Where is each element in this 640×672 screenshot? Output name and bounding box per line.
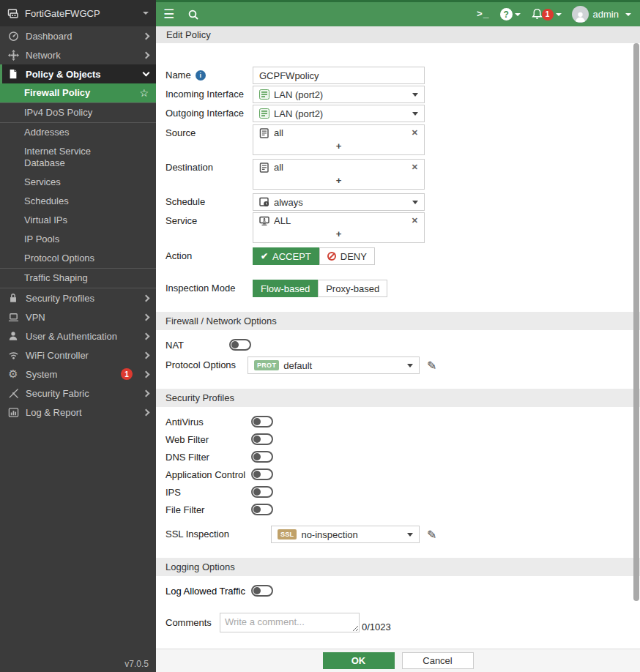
- sidebar-item-network[interactable]: Network: [0, 45, 156, 64]
- service-row: Service ALL ✕ +: [165, 212, 619, 243]
- sidebar-subitem-services[interactable]: Services: [0, 173, 156, 192]
- sidebar-item-label: User & Authentication: [26, 331, 137, 342]
- sidebar-item-label: Log & Report: [26, 407, 137, 418]
- ips-toggle[interactable]: [251, 486, 273, 498]
- sidebar-item-label: Security Profiles: [26, 293, 137, 304]
- service-value: ALL: [274, 215, 291, 226]
- action-row: Action ✔ ACCEPT DENY: [165, 247, 619, 265]
- help-menu[interactable]: ?: [500, 8, 521, 20]
- add-service-button[interactable]: +: [253, 228, 424, 242]
- device-selector[interactable]: FortiGateFWGCP: [0, 0, 156, 26]
- sidebar-item-system[interactable]: ⚙ System 1: [0, 365, 156, 384]
- web-filter-row: Web Filter: [165, 433, 619, 445]
- caret-down-icon: [407, 364, 413, 367]
- source-entry[interactable]: all ✕: [253, 125, 424, 140]
- sidebar-item-log-report[interactable]: Log & Report: [0, 403, 156, 422]
- sidebar-item-label: Network: [26, 50, 137, 61]
- cancel-button[interactable]: Cancel: [402, 652, 474, 669]
- sidebar-item-wifi-controller[interactable]: WiFi Controller: [0, 346, 156, 365]
- remove-icon[interactable]: ✕: [412, 128, 418, 138]
- remove-icon[interactable]: ✕: [412, 163, 418, 172]
- application-control-toggle[interactable]: [251, 468, 273, 480]
- notifications-menu[interactable]: 1: [531, 8, 562, 20]
- flow-based-button[interactable]: Flow-based: [253, 280, 318, 297]
- web-filter-toggle[interactable]: [251, 433, 273, 445]
- ssl-inspection-select[interactable]: SSL no-inspection: [271, 526, 420, 543]
- sidebar-item-security-fabric[interactable]: Security Fabric: [0, 384, 156, 403]
- schedule-value: always: [274, 197, 303, 208]
- destination-label: Destination: [165, 159, 253, 173]
- accept-button[interactable]: ✔ ACCEPT: [253, 247, 319, 265]
- interface-port-icon: [259, 108, 269, 119]
- sidebar-subitem-traffic-shaping[interactable]: Traffic Shaping: [0, 268, 156, 288]
- cli-console-icon[interactable]: >_: [477, 9, 490, 20]
- hamburger-menu-icon[interactable]: ☰: [163, 8, 174, 20]
- sidebar-subitem-ipv4-dos-policy[interactable]: IPv4 DoS Policy: [0, 102, 156, 123]
- sidebar-item-vpn[interactable]: VPN: [0, 307, 156, 326]
- destination-row: Destination all ✕ +: [165, 159, 619, 190]
- scrollbar-thumb[interactable]: [633, 43, 639, 601]
- sidebar-item-label: Dashboard: [26, 31, 137, 42]
- add-destination-button[interactable]: +: [253, 174, 424, 189]
- schedule-select[interactable]: always: [253, 193, 425, 211]
- address-object-icon: [259, 163, 269, 173]
- ips-label: IPS: [165, 487, 251, 498]
- protocol-options-select[interactable]: PROT default: [248, 356, 420, 374]
- page-title: Edit Policy: [166, 29, 211, 40]
- sidebar-item-security-profiles[interactable]: Security Profiles: [0, 288, 156, 307]
- ssl-badge: SSL: [278, 529, 297, 540]
- sidebar-subitem-firewall-policy[interactable]: Firewall Policy ☆: [0, 83, 156, 102]
- help-icon: ?: [500, 8, 513, 20]
- check-icon: ✔: [261, 251, 268, 261]
- sidebar-subitem-schedules[interactable]: Schedules: [0, 192, 156, 211]
- incoming-interface-row: Incoming Interface LAN (port2): [165, 86, 619, 103]
- source-label: Source: [165, 124, 253, 138]
- proxy-based-button[interactable]: Proxy-based: [318, 280, 387, 297]
- edit-pencil-icon[interactable]: ✎: [427, 528, 436, 542]
- chevron-right-icon: [143, 370, 150, 378]
- log-allowed-traffic-label: Log Allowed Traffic: [165, 586, 245, 597]
- sidebar-item-user-authentication[interactable]: User & Authentication: [0, 326, 156, 346]
- nat-toggle[interactable]: [229, 339, 251, 351]
- section-firewall-network-options: Firewall / Network Options: [156, 312, 640, 330]
- sidebar-item-dashboard[interactable]: Dashboard: [0, 26, 156, 45]
- service-box: ALL ✕ +: [253, 212, 425, 243]
- favorite-star-icon[interactable]: ☆: [139, 87, 149, 99]
- sidebar-item-label: VPN: [26, 312, 137, 323]
- admin-menu[interactable]: admin: [572, 6, 631, 23]
- sidebar-subitem-ip-pools[interactable]: IP Pools: [0, 230, 156, 249]
- sidebar-subitem-addresses[interactable]: Addresses: [0, 123, 156, 142]
- edit-pencil-icon[interactable]: ✎: [427, 359, 436, 373]
- search-icon[interactable]: [187, 9, 199, 20]
- bar-chart-icon: [7, 406, 19, 418]
- source-row: Source all ✕ +: [165, 124, 619, 155]
- comments-textarea[interactable]: [220, 613, 360, 632]
- sidebar-subitem-protocol-options[interactable]: Protocol Options: [0, 249, 156, 268]
- page-title-bar: Edit Policy: [156, 26, 640, 43]
- info-icon[interactable]: i: [196, 70, 206, 81]
- antivirus-toggle[interactable]: [251, 416, 273, 428]
- ok-button[interactable]: OK: [323, 652, 395, 669]
- destination-entry[interactable]: all ✕: [253, 160, 424, 174]
- file-filter-toggle[interactable]: [251, 504, 273, 515]
- sidebar-item-policy-objects[interactable]: Policy & Objects: [0, 64, 156, 83]
- sidebar-subitem-internet-service-database[interactable]: Internet Service Database: [0, 142, 117, 173]
- remove-icon[interactable]: ✕: [412, 216, 418, 225]
- dns-filter-row: DNS Filter: [165, 451, 619, 463]
- chevron-right-icon: [143, 32, 150, 40]
- incoming-interface-select[interactable]: LAN (port2): [253, 86, 425, 103]
- service-entry[interactable]: ALL ✕: [253, 213, 424, 228]
- comments-char-counter: 0/1023: [362, 621, 391, 632]
- dns-filter-toggle[interactable]: [251, 451, 273, 463]
- deny-button[interactable]: DENY: [319, 247, 375, 265]
- policy-name-input[interactable]: [253, 67, 425, 84]
- outgoing-interface-select[interactable]: LAN (port2): [253, 105, 425, 122]
- add-source-button[interactable]: +: [253, 140, 424, 154]
- log-allowed-traffic-toggle[interactable]: [251, 585, 273, 597]
- sidebar-item-label: WiFi Controller: [26, 350, 137, 361]
- ssl-inspection-label: SSL Inspection: [165, 526, 271, 540]
- section-security-profiles: Security Profiles: [156, 389, 640, 407]
- sidebar-subitem-virtual-ips[interactable]: Virtual IPs: [0, 211, 156, 230]
- form-footer: OK Cancel: [156, 649, 640, 672]
- user-icon: [7, 330, 19, 342]
